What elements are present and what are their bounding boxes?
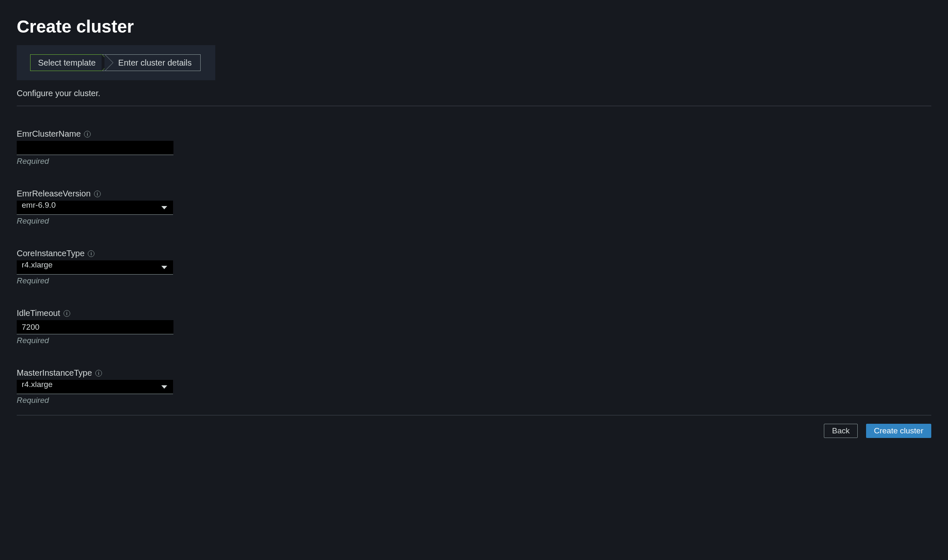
back-button[interactable]: Back	[824, 424, 857, 438]
field-master-instance-type: MasterInstanceType i r4.xlarge Required	[17, 368, 931, 405]
create-cluster-button[interactable]: Create cluster	[866, 424, 931, 438]
field-emr-release-version: EmrReleaseVersion i emr-6.9.0 Required	[17, 189, 931, 226]
step-select-template[interactable]: Select template	[30, 54, 102, 71]
field-label: IdleTimeout	[17, 308, 60, 318]
divider	[17, 415, 931, 415]
field-emr-cluster-name: EmrClusterName i Required	[17, 129, 931, 166]
emr-cluster-name-input[interactable]	[17, 141, 173, 155]
required-hint: Required	[17, 276, 931, 285]
emr-release-version-select[interactable]: emr-6.9.0	[17, 201, 173, 215]
step-label: Select template	[38, 58, 96, 68]
field-core-instance-type: CoreInstanceType i r4.xlarge Required	[17, 249, 931, 285]
master-instance-type-select[interactable]: r4.xlarge	[17, 380, 173, 394]
stepper: Select template Enter cluster details	[30, 54, 201, 71]
idle-timeout-input[interactable]	[17, 320, 173, 334]
info-icon[interactable]: i	[94, 191, 101, 197]
core-instance-type-select[interactable]: r4.xlarge	[17, 260, 173, 275]
step-enter-cluster-details[interactable]: Enter cluster details	[102, 54, 201, 71]
required-hint: Required	[17, 216, 931, 226]
subtitle: Configure your cluster.	[17, 89, 931, 98]
required-hint: Required	[17, 396, 931, 405]
stepper-container: Select template Enter cluster details	[17, 45, 215, 80]
field-label: EmrClusterName	[17, 129, 81, 139]
info-icon[interactable]: i	[64, 310, 70, 317]
info-icon[interactable]: i	[95, 370, 102, 377]
footer-actions: Back Create cluster	[17, 424, 931, 438]
cluster-config-form: EmrClusterName i Required EmrReleaseVers…	[17, 129, 931, 405]
info-icon[interactable]: i	[88, 250, 94, 257]
field-label: MasterInstanceType	[17, 368, 92, 378]
field-idle-timeout: IdleTimeout i Required	[17, 308, 931, 345]
divider	[17, 106, 931, 106]
page-title: Create cluster	[17, 17, 931, 37]
required-hint: Required	[17, 336, 931, 345]
field-label: CoreInstanceType	[17, 249, 84, 258]
info-icon[interactable]: i	[84, 131, 91, 137]
field-label: EmrReleaseVersion	[17, 189, 91, 199]
step-label: Enter cluster details	[118, 58, 192, 68]
required-hint: Required	[17, 157, 931, 166]
chevron-right-icon	[104, 54, 113, 71]
